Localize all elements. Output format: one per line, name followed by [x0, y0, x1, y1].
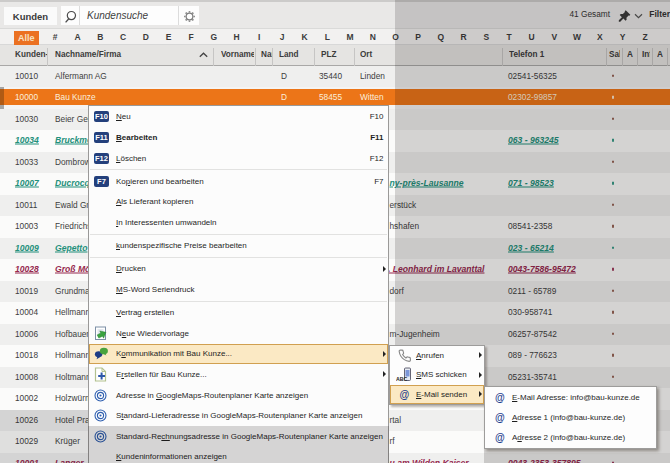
svg-text:ABC: ABC — [396, 376, 407, 382]
